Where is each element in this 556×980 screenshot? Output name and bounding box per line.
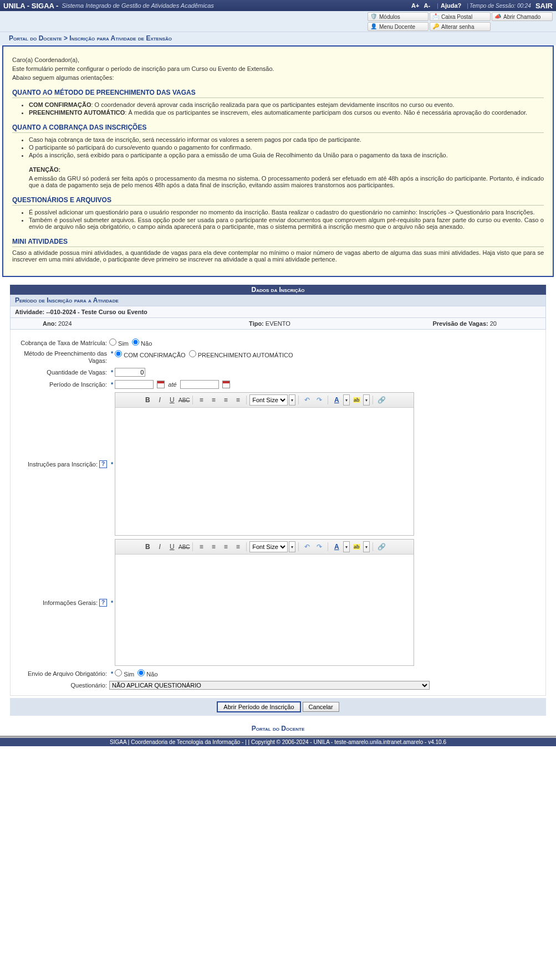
cancel-button[interactable]: Cancelar bbox=[303, 702, 339, 712]
underline-icon[interactable]: U bbox=[166, 394, 177, 406]
enrollment-form: Dados da Inscrição Período de Inscrição … bbox=[2, 285, 554, 721]
bold-icon[interactable]: B bbox=[142, 541, 153, 552]
questionnaire-select[interactable]: NÃO APLICAR QUESTIONÁRIO bbox=[109, 681, 430, 690]
dropdown-icon[interactable]: ▾ bbox=[363, 394, 370, 406]
mail-icon: 📩 bbox=[432, 13, 439, 20]
italic-icon[interactable]: I bbox=[154, 541, 165, 552]
help-icon[interactable]: ? bbox=[99, 460, 107, 468]
session-timer: Tempo de Sessão: 00:24 bbox=[470, 3, 531, 9]
form-subtitle: Período de Inscrição para a Atividade bbox=[10, 295, 546, 306]
italic-icon[interactable]: I bbox=[154, 394, 165, 406]
file-required-row: Envio de Arquivo Obrigatório: * Sim Não bbox=[15, 669, 541, 678]
greeting: Caro(a) Coordenador(a), bbox=[12, 57, 544, 63]
teacher-menu-button[interactable]: 👤Menu Docente bbox=[368, 22, 429, 31]
align-center-icon[interactable]: ≡ bbox=[208, 541, 219, 552]
modules-button[interactable]: 🛡️Módulos bbox=[368, 12, 429, 21]
form-title: Dados da Inscrição bbox=[10, 285, 546, 295]
section-heading: QUANTO AO MÉTODO DE PREENCHIMENTO DAS VA… bbox=[12, 89, 544, 98]
highlight-icon[interactable]: ab bbox=[351, 394, 362, 406]
align-justify-icon[interactable]: ≡ bbox=[232, 394, 243, 406]
editor-toolbar: B I U ABC ≡ ≡ ≡ ≡ Font Size ▾ ↶ bbox=[115, 393, 414, 408]
section-heading: QUESTIONÁRIOS E ARQUIVOS bbox=[12, 196, 544, 206]
strike-icon[interactable]: ABC bbox=[178, 541, 190, 552]
top-bar: UNILA - SIGAA - Sistema Integrado de Ges… bbox=[0, 0, 556, 11]
align-left-icon[interactable]: ≡ bbox=[196, 394, 207, 406]
method-confirm-radio[interactable]: COM CONFIRMAÇÃO bbox=[115, 350, 185, 358]
flag-icon: 📣 bbox=[494, 13, 501, 20]
instructions-panel: Caro(a) Coordenador(a), Este formulário … bbox=[2, 45, 554, 277]
vacancies-input[interactable] bbox=[115, 368, 145, 377]
redo-icon[interactable]: ↷ bbox=[314, 394, 325, 406]
person-icon: 👤 bbox=[370, 23, 377, 30]
calendar-icon[interactable] bbox=[222, 381, 230, 388]
general-info-editor: B I U ABC ≡ ≡ ≡ ≡ Font Size ▾ ↶ bbox=[115, 539, 414, 666]
period-start-input[interactable] bbox=[115, 380, 154, 389]
activity-label: Atividade: --010-2024 - Teste Curso ou E… bbox=[10, 306, 546, 318]
instructions-row: Instruções para Inscrição: ? * B I U ABC… bbox=[15, 392, 541, 536]
fee-no-radio[interactable]: Não bbox=[132, 338, 152, 347]
link-icon[interactable]: 🔗 bbox=[376, 541, 387, 552]
undo-icon[interactable]: ↶ bbox=[302, 394, 313, 406]
logout-link[interactable]: SAIR bbox=[535, 2, 553, 10]
breadcrumb: Portal do Docente > Inscrição para Ativi… bbox=[0, 32, 556, 45]
font-size-select[interactable]: Font Size bbox=[249, 394, 288, 406]
portal-link[interactable]: Portal do Docente bbox=[252, 725, 305, 732]
app-subtitle: Sistema Integrado de Gestão de Atividade… bbox=[62, 2, 213, 9]
zoom-out-button[interactable]: A- bbox=[424, 2, 430, 9]
calendar-icon[interactable] bbox=[157, 381, 165, 388]
align-right-icon[interactable]: ≡ bbox=[220, 541, 231, 552]
section-heading: QUANTO A COBRANÇA DAS INSCRIÇÕES bbox=[12, 124, 544, 133]
change-password-button[interactable]: 🔑Alterar senha bbox=[430, 22, 491, 31]
app-brand: UNILA - SIGAA - bbox=[3, 2, 58, 10]
instructions-editor: B I U ABC ≡ ≡ ≡ ≡ Font Size ▾ ↶ bbox=[115, 392, 414, 536]
help-icon[interactable]: ? bbox=[99, 599, 107, 607]
mailbox-button[interactable]: 📩Caixa Postal bbox=[430, 12, 491, 21]
questionnaire-row: Questionário: NÃO APLICAR QUESTIONÁRIO bbox=[15, 681, 541, 690]
align-left-icon[interactable]: ≡ bbox=[196, 541, 207, 552]
button-bar: Abrir Período de Inscrição Cancelar bbox=[10, 698, 546, 716]
align-right-icon[interactable]: ≡ bbox=[220, 394, 231, 406]
dropdown-icon[interactable]: ▾ bbox=[289, 541, 295, 552]
highlight-icon[interactable]: ab bbox=[351, 541, 362, 552]
link-icon[interactable]: 🔗 bbox=[376, 394, 387, 406]
open-ticket-button[interactable]: 📣Abrir Chamado bbox=[492, 12, 553, 21]
help-link[interactable]: Ajuda? bbox=[441, 2, 461, 9]
method-row: Método de Preenchimento das Vagas: * COM… bbox=[15, 350, 541, 365]
text-color-icon[interactable]: A bbox=[331, 541, 342, 552]
undo-icon[interactable]: ↶ bbox=[302, 541, 313, 552]
open-period-button[interactable]: Abrir Período de Inscrição bbox=[217, 701, 300, 712]
section-heading: MINI ATIVIDADES bbox=[12, 238, 544, 247]
fee-yes-radio[interactable]: Sim bbox=[109, 338, 129, 347]
utility-bar: 🛡️Módulos 📩Caixa Postal 📣Abrir Chamado 👤… bbox=[0, 11, 556, 32]
key-icon: 🔑 bbox=[432, 23, 439, 30]
redo-icon[interactable]: ↷ bbox=[314, 541, 325, 552]
shield-icon: 🛡️ bbox=[370, 13, 377, 20]
file-no-radio[interactable]: Não bbox=[137, 669, 157, 678]
bold-icon[interactable]: B bbox=[142, 394, 153, 406]
dropdown-icon[interactable]: ▾ bbox=[289, 394, 295, 406]
align-justify-icon[interactable]: ≡ bbox=[232, 541, 243, 552]
editor-toolbar: B I U ABC ≡ ≡ ≡ ≡ Font Size ▾ ↶ bbox=[115, 540, 414, 555]
dropdown-icon[interactable]: ▾ bbox=[343, 394, 350, 406]
dropdown-icon[interactable]: ▾ bbox=[343, 541, 350, 552]
general-info-row: Informações Gerais: ? * B I U ABC ≡ ≡ ≡ … bbox=[15, 539, 541, 666]
activity-meta: Ano: 2024 Tipo: EVENTO Previsão de Vagas… bbox=[10, 318, 546, 330]
dropdown-icon[interactable]: ▾ bbox=[363, 541, 370, 552]
method-auto-radio[interactable]: PREENCHIMENTO AUTOMÁTICO bbox=[189, 350, 293, 358]
zoom-in-button[interactable]: A+ bbox=[411, 2, 419, 9]
period-end-input[interactable] bbox=[180, 380, 219, 389]
fee-row: Cobrança de Taxa de Matrícula: Sim Não bbox=[15, 338, 541, 347]
font-size-select[interactable]: Font Size bbox=[249, 541, 288, 552]
align-center-icon[interactable]: ≡ bbox=[208, 394, 219, 406]
text-color-icon[interactable]: A bbox=[331, 394, 342, 406]
vacancies-row: Quantidade de Vagas: * bbox=[15, 368, 541, 377]
file-yes-radio[interactable]: Sim bbox=[115, 669, 134, 678]
editor-body[interactable] bbox=[115, 555, 414, 665]
editor-body[interactable] bbox=[115, 408, 414, 535]
page-footer: SIGAA | Coordenadoria de Tecnologia da I… bbox=[0, 738, 556, 746]
strike-icon[interactable]: ABC bbox=[178, 394, 190, 406]
period-row: Período de Inscrição: * até bbox=[15, 380, 541, 389]
underline-icon[interactable]: U bbox=[166, 541, 177, 552]
